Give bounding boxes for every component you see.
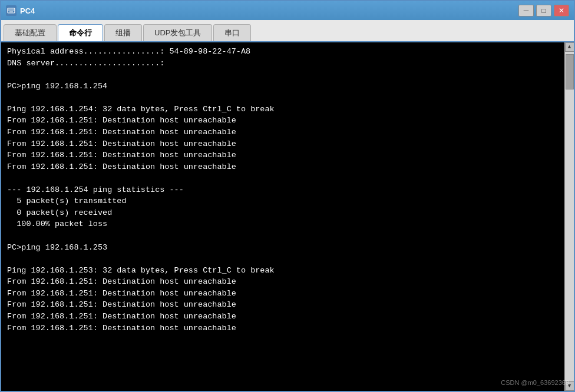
terminal-output[interactable]: Physical address................: 54-89-… [1,42,564,391]
tab-serial[interactable]: 串口 [213,24,251,41]
scroll-track [565,52,574,381]
window-controls: ─ □ ✕ [518,5,569,16]
tab-basic-config[interactable]: 基础配置 [4,24,57,41]
scroll-down-arrow[interactable]: ▼ [565,381,574,391]
content-area: Physical address................: 54-89-… [1,42,574,391]
window-title: PC4 [20,6,35,15]
maximize-button[interactable]: □ [536,5,551,16]
main-window: PC4 ─ □ ✕ 基础配置 命令行 组播 UDP发包工具 串口 Physica… [0,0,575,392]
tab-udp-tool[interactable]: UDP发包工具 [143,24,212,41]
title-bar-left: PC4 [6,5,35,16]
minimize-button[interactable]: ─ [518,5,534,16]
scroll-thumb[interactable] [566,54,574,89]
tab-command-line[interactable]: 命令行 [58,24,103,41]
close-button[interactable]: ✕ [554,5,569,16]
scroll-up-arrow[interactable]: ▲ [565,42,574,52]
scrollbar: ▲ ▼ [564,42,574,391]
tab-multicast[interactable]: 组播 [104,24,142,41]
svg-rect-0 [8,8,15,13]
window-icon [6,5,16,16]
title-bar: PC4 ─ □ ✕ [1,1,574,20]
tab-bar: 基础配置 命令行 组播 UDP发包工具 串口 [1,20,574,42]
